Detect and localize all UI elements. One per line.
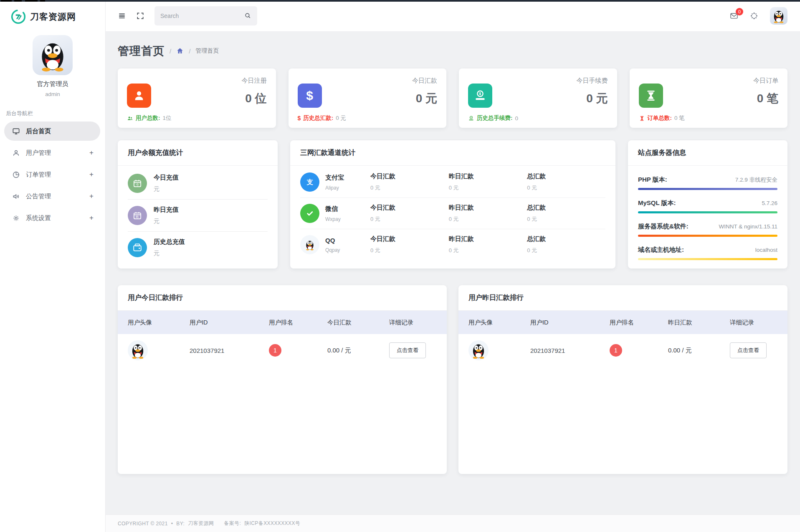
expand-plus-icon[interactable]: +: [89, 149, 94, 157]
footer-by-label: BY:: [176, 521, 185, 527]
main-area: 0 管理首页 / / 管理首页: [105, 0, 800, 532]
stat-value: 0 元: [577, 91, 608, 106]
footer-icp-number[interactable]: 陕ICP备XXXXXXXXX号: [244, 520, 300, 527]
home-icon[interactable]: [176, 47, 184, 55]
user-icon: [127, 84, 151, 108]
recharge-stats-card: 用户余额充值统计 今 今日充值 元: [118, 140, 278, 269]
channel-col-label: 总汇款: [527, 235, 605, 243]
stat-footer-value: 1位: [163, 114, 172, 122]
yesterday-ranking-card: 用户昨日汇款排行 用户头像 用户ID 用户排名 昨日汇款 详细记录 202103…: [458, 285, 787, 474]
sidebar: 刀客资源网 官方管理员 admin 后台导航栏 后台首页 用户管理 +: [0, 0, 105, 532]
footer-by-site[interactable]: 刀客资源网: [188, 520, 214, 527]
card-title: 用户今日汇款排行: [118, 285, 447, 311]
card-title: 站点服务器信息: [628, 140, 787, 166]
users-group-icon: [127, 115, 133, 122]
server-row-domain: 域名或主机地址: localhost: [638, 241, 777, 264]
progress-bar: [638, 258, 777, 260]
channel-row-alipay: 支 支付宝 Alipay 今日汇款0 元 昨日汇款0 元 总汇款0 元: [300, 167, 605, 198]
expand-plus-icon[interactable]: +: [89, 192, 94, 200]
channel-col-value: 0 元: [527, 215, 605, 223]
sidebar-item-label: 系统设置: [26, 214, 51, 222]
recharge-row-today: 今 今日充值 元: [128, 167, 268, 200]
middle-row: 用户余额充值统计 今 今日充值 元: [118, 140, 787, 269]
avatar: [33, 35, 73, 75]
server-value: WINNT & nginx/1.15.11: [719, 223, 777, 230]
apps-dots-icon[interactable]: [750, 12, 758, 20]
svg-text:昨: 昨: [136, 215, 139, 219]
rank-badge: 1: [269, 344, 281, 357]
content: 管理首页 / / 管理首页 今日注册 0 位: [105, 32, 800, 514]
progress-bar: [638, 235, 777, 237]
stat-footer-value: 0 笔: [674, 114, 685, 122]
amount: 0.00 / 元: [668, 347, 730, 355]
card-title: 用户余额充值统计: [118, 140, 278, 166]
stat-card-remittance: $ 今日汇款 0 元 $ 历史总汇款: 0 元: [289, 68, 447, 128]
channel-col-label: 总汇款: [527, 172, 605, 180]
amount: 0.00 / 元: [327, 347, 389, 355]
hamburger-menu-icon[interactable]: [118, 12, 126, 20]
channel-col-value: 0 元: [370, 247, 449, 254]
pie-chart-icon: [12, 170, 20, 179]
server-label: PHP 版本:: [638, 176, 667, 184]
sidebar-item-orders[interactable]: 订单管理 +: [4, 165, 100, 184]
search-icon[interactable]: [244, 12, 251, 19]
topbar-avatar[interactable]: [770, 7, 787, 25]
server-label: 服务器系统&软件:: [638, 223, 689, 231]
column-header: 今日汇款: [327, 319, 389, 327]
recharge-label: 历史总充值: [154, 238, 185, 246]
channel-col-value: 0 元: [449, 215, 527, 223]
stat-cards-row: 今日注册 0 位 用户总数: 1位 $ 今日汇款: [118, 68, 787, 128]
page-footer: COPYRIGHT © 2021 • BY: 刀客资源网 备案号: 陕ICP备X…: [105, 514, 800, 532]
monitor-icon: [12, 127, 20, 135]
column-header: 用户头像: [468, 319, 530, 327]
column-header: 用户排名: [610, 319, 668, 327]
svg-text:支: 支: [306, 178, 313, 185]
search-input[interactable]: [160, 13, 241, 19]
alipay-icon: 支: [300, 172, 319, 192]
view-details-button[interactable]: 点击查看: [389, 342, 426, 358]
stat-footer-label: 历史总汇款:: [303, 114, 333, 122]
sidebar-item-label: 订单管理: [26, 171, 51, 179]
channel-col-value: 0 元: [527, 247, 605, 254]
stat-footer-label: 用户总数:: [136, 114, 160, 122]
breadcrumb: 管理首页 / / 管理首页: [118, 43, 787, 58]
screen-edge-artifact: [0, 0, 800, 2]
column-header: 用户头像: [128, 319, 190, 327]
sidebar-item-home[interactable]: 后台首页: [4, 122, 100, 141]
recharge-row-yesterday: 昨 昨日充值 元: [128, 200, 268, 232]
channel-col-label: 总汇款: [527, 204, 605, 212]
qq-icon: [300, 235, 319, 254]
progress-bar: [638, 211, 777, 213]
user-id: 2021037921: [190, 347, 269, 354]
server-value: localhost: [755, 247, 777, 253]
dollar-icon: $: [298, 84, 322, 108]
column-header: 详细记录: [389, 319, 437, 327]
table-row: 2021037921 1 0.00 / 元 点击查看: [118, 334, 447, 367]
sidebar-item-settings[interactable]: 系统设置 +: [4, 208, 100, 228]
channel-name: QQ: [325, 237, 340, 244]
brand-name: 刀客资源网: [30, 11, 76, 23]
stat-value: 0 笔: [753, 91, 778, 106]
footer-bullet: •: [171, 521, 173, 527]
stat-footer-value: 0: [515, 115, 519, 122]
mail-button[interactable]: 0: [730, 12, 738, 20]
server-value: 5.7.26: [762, 200, 777, 206]
qq-penguin-icon: [771, 8, 786, 23]
view-details-button[interactable]: 点击查看: [730, 342, 767, 358]
channel-col-value: 0 元: [449, 247, 527, 254]
channel-row-qq: QQ Qqpay 今日汇款0 元 昨日汇款0 元 总汇款0 元: [300, 229, 605, 260]
user-id: 2021037921: [530, 347, 610, 354]
channel-col-label: 今日汇款: [370, 204, 449, 212]
expand-plus-icon[interactable]: +: [89, 170, 94, 179]
sidebar-item-users[interactable]: 用户管理 +: [4, 143, 100, 162]
sidebar-item-announcements[interactable]: 公告管理 +: [4, 187, 100, 206]
qq-penguin-icon: [35, 38, 70, 72]
sidebar-item-label: 公告管理: [26, 193, 51, 200]
dollar-icon: $: [298, 115, 301, 122]
brand[interactable]: 刀客资源网: [0, 9, 105, 24]
expand-plus-icon[interactable]: +: [89, 214, 94, 222]
today-ranking-card: 用户今日汇款排行 用户头像 用户ID 用户排名 今日汇款 详细记录 202103…: [118, 285, 447, 474]
channel-sub: Alipay: [325, 185, 344, 191]
fullscreen-icon[interactable]: [136, 12, 144, 20]
stat-label: 今日订单: [753, 77, 778, 85]
